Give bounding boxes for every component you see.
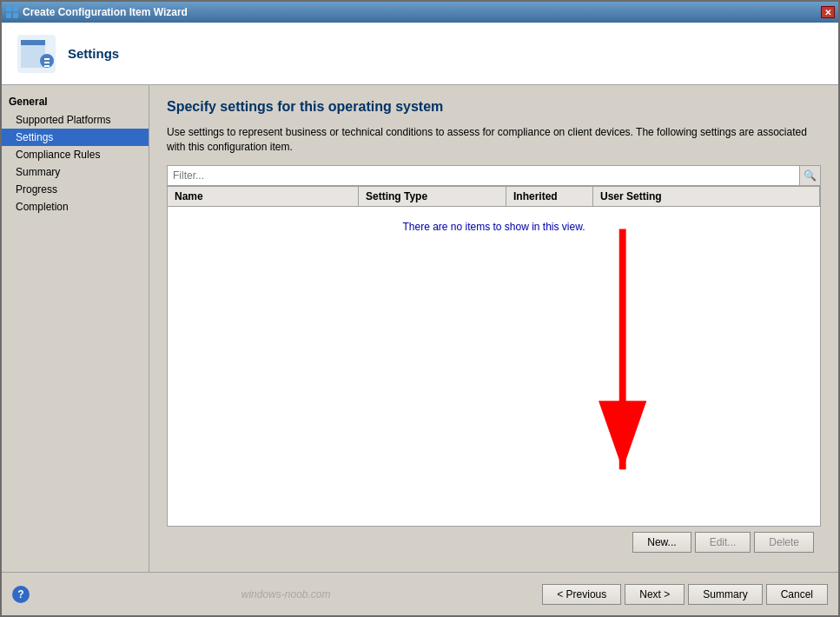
col-name: Name — [168, 187, 359, 206]
main-content: General Supported Platforms Settings Com… — [2, 85, 838, 572]
window-icon — [5, 5, 19, 19]
content-heading: Specify settings for this operating syst… — [167, 99, 821, 115]
settings-table: Name Setting Type Inherited User Setting… — [167, 186, 821, 527]
search-icon: 🔍 — [799, 166, 820, 185]
cancel-button[interactable]: Cancel — [766, 584, 828, 605]
wizard-window: Create Configuration Item Wizard ✕ Setti… — [0, 0, 840, 617]
sidebar: General Supported Platforms Settings Com… — [2, 85, 149, 572]
wizard-header: Settings — [2, 23, 838, 85]
sidebar-section-general: General — [2, 92, 149, 111]
col-inherited: Inherited — [506, 187, 593, 206]
col-setting-type: Setting Type — [359, 187, 506, 206]
sidebar-item-summary[interactable]: Summary — [2, 163, 149, 181]
svg-rect-0 — [6, 6, 11, 11]
title-bar: Create Configuration Item Wizard ✕ — [2, 2, 838, 23]
svg-rect-1 — [13, 6, 18, 11]
header-title: Settings — [68, 46, 119, 61]
table-body: There are no items to show in this view. — [168, 207, 820, 526]
sidebar-item-settings[interactable]: Settings — [2, 129, 149, 146]
content-description: Use settings to represent business or te… — [167, 125, 821, 155]
close-button[interactable]: ✕ — [821, 6, 835, 18]
previous-button[interactable]: < Previous — [542, 584, 621, 605]
sidebar-item-progress[interactable]: Progress — [2, 181, 149, 198]
svg-rect-9 — [44, 62, 50, 63]
table-header: Name Setting Type Inherited User Setting — [168, 187, 820, 207]
svg-rect-8 — [44, 58, 50, 60]
svg-rect-2 — [6, 13, 11, 18]
svg-rect-10 — [44, 65, 50, 67]
filter-bar: 🔍 — [167, 165, 821, 186]
filter-input[interactable] — [168, 166, 799, 185]
svg-rect-3 — [13, 13, 18, 18]
footer-left: ? — [12, 586, 30, 603]
sidebar-item-completion[interactable]: Completion — [2, 198, 149, 216]
arrow-annotation — [168, 207, 820, 526]
empty-message: There are no items to show in this view. — [402, 221, 585, 233]
table-action-buttons: New... Edit... Delete — [167, 527, 821, 558]
header-icon — [16, 33, 57, 75]
wizard-footer: ? windows-noob.com < Previous Next > Sum… — [2, 572, 838, 615]
col-user-setting: User Setting — [593, 187, 820, 206]
summary-button[interactable]: Summary — [688, 584, 762, 605]
window-title: Create Configuration Item Wizard — [23, 6, 188, 18]
new-button[interactable]: New... — [632, 532, 691, 553]
delete-button[interactable]: Delete — [754, 532, 814, 553]
svg-rect-6 — [21, 40, 45, 45]
footer-nav-buttons: < Previous Next > Summary Cancel — [542, 584, 828, 605]
sidebar-item-compliance-rules[interactable]: Compliance Rules — [2, 146, 149, 163]
content-area: Specify settings for this operating syst… — [149, 85, 838, 572]
edit-button[interactable]: Edit... — [695, 532, 751, 553]
sidebar-item-supported-platforms[interactable]: Supported Platforms — [2, 111, 149, 129]
help-button[interactable]: ? — [12, 586, 30, 603]
next-button[interactable]: Next > — [625, 584, 685, 605]
watermark: windows-noob.com — [30, 588, 542, 600]
title-bar-left: Create Configuration Item Wizard — [5, 5, 188, 19]
